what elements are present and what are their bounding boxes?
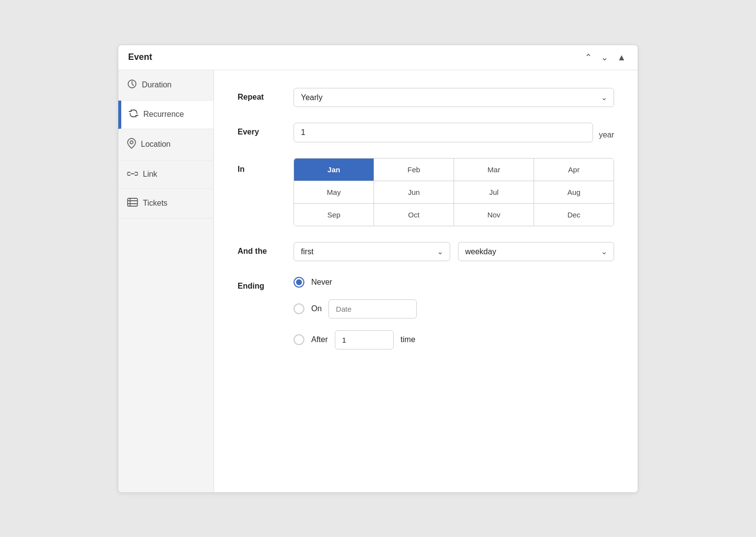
in-row: In Jan Feb Mar Apr May Jun Jul (238, 158, 614, 226)
sidebar-label-location: Location (141, 140, 171, 149)
month-jan[interactable]: Jan (294, 159, 374, 181)
tickets-icon (127, 198, 138, 209)
location-icon (127, 138, 136, 151)
month-row-3: Sep Oct Nov Dec (294, 204, 614, 226)
in-control: Jan Feb Mar Apr May Jun Jul Aug Sep (294, 158, 614, 226)
ending-after-label: After (311, 335, 328, 344)
every-unit-label: year (599, 126, 614, 139)
and-the-row: And the first second third fourth last ⌄ (238, 242, 614, 261)
day-select-wrapper: weekday Monday Tuesday Wednesday Thursda… (458, 242, 615, 261)
ending-after-option: After time (294, 330, 415, 349)
panel-up-button[interactable]: ⌃ (583, 52, 594, 63)
sidebar-item-duration[interactable]: Duration (118, 70, 214, 101)
main-content: Repeat Daily Weekly Monthly Yearly ⌄ (214, 70, 638, 492)
ending-never-radio[interactable] (294, 277, 304, 288)
month-jul[interactable]: Jul (454, 181, 534, 203)
clock-icon (127, 79, 137, 91)
month-row-1: Jan Feb Mar Apr (294, 159, 614, 181)
ending-never-option: Never (294, 277, 332, 288)
ending-row: Ending Never On (238, 277, 614, 349)
month-aug[interactable]: Aug (534, 181, 614, 203)
ending-after-input[interactable] (335, 330, 394, 349)
month-mar[interactable]: Mar (454, 159, 534, 181)
month-may[interactable]: May (294, 181, 374, 203)
sidebar-label-tickets: Tickets (143, 199, 167, 208)
sidebar-item-link[interactable]: Link (118, 161, 214, 189)
svg-point-1 (130, 141, 133, 144)
position-select-wrapper: first second third fourth last ⌄ (294, 242, 450, 261)
sidebar-label-duration: Duration (142, 81, 171, 89)
repeat-select-wrapper: Daily Weekly Monthly Yearly ⌄ (294, 88, 614, 107)
ending-on-label: On (311, 304, 322, 313)
position-select[interactable]: first second third fourth last (294, 242, 450, 261)
month-oct[interactable]: Oct (374, 204, 454, 226)
ending-label: Ending (238, 277, 282, 291)
ending-after-unit: time (401, 335, 415, 344)
panel-collapse-button[interactable]: ▲ (615, 52, 628, 63)
ending-never-label: Never (311, 278, 332, 287)
in-label: In (238, 158, 282, 174)
month-jun[interactable]: Jun (374, 181, 454, 203)
sidebar-item-recurrence[interactable]: Recurrence (118, 101, 214, 129)
recurrence-icon (129, 109, 138, 120)
repeat-control: Daily Weekly Monthly Yearly ⌄ (294, 88, 614, 107)
link-icon (127, 169, 138, 180)
and-the-label: And the (238, 242, 282, 256)
repeat-label: Repeat (238, 88, 282, 102)
panel-controls: ⌃ ⌄ ▲ (583, 52, 628, 63)
every-row: Every year (238, 123, 614, 142)
ending-on-date-input[interactable] (328, 299, 417, 319)
sidebar: Duration Recurrence (118, 70, 214, 492)
sidebar-label-recurrence: Recurrence (143, 110, 184, 119)
day-select[interactable]: weekday Monday Tuesday Wednesday Thursda… (458, 242, 615, 261)
month-feb[interactable]: Feb (374, 159, 454, 181)
ending-on-radio[interactable] (294, 303, 304, 314)
panel-body: Duration Recurrence (118, 70, 638, 492)
ending-control: Never On After time (294, 277, 614, 349)
month-apr[interactable]: Apr (534, 159, 614, 181)
repeat-row: Repeat Daily Weekly Monthly Yearly ⌄ (238, 88, 614, 107)
event-panel: Event ⌃ ⌄ ▲ Duration (118, 45, 638, 493)
every-control: year (294, 123, 614, 142)
sidebar-item-location[interactable]: Location (118, 129, 214, 161)
ending-on-option: On (294, 299, 417, 319)
sidebar-item-tickets[interactable]: Tickets (118, 189, 214, 218)
every-label: Every (238, 123, 282, 136)
panel-down-button[interactable]: ⌄ (599, 52, 610, 63)
panel-header: Event ⌃ ⌄ ▲ (118, 45, 638, 70)
month-nov[interactable]: Nov (454, 204, 534, 226)
sidebar-label-link: Link (143, 170, 157, 179)
month-dec[interactable]: Dec (534, 204, 614, 226)
panel-title: Event (128, 52, 152, 62)
every-input[interactable] (294, 123, 593, 142)
ending-after-radio[interactable] (294, 334, 304, 345)
month-row-2: May Jun Jul Aug (294, 181, 614, 204)
repeat-select[interactable]: Daily Weekly Monthly Yearly (294, 88, 614, 107)
ending-never-radio-inner (296, 279, 302, 285)
svg-rect-2 (128, 198, 137, 206)
month-grid: Jan Feb Mar Apr May Jun Jul Aug Sep (294, 158, 614, 226)
and-the-control: first second third fourth last ⌄ weekday… (294, 242, 614, 261)
month-sep[interactable]: Sep (294, 204, 374, 226)
